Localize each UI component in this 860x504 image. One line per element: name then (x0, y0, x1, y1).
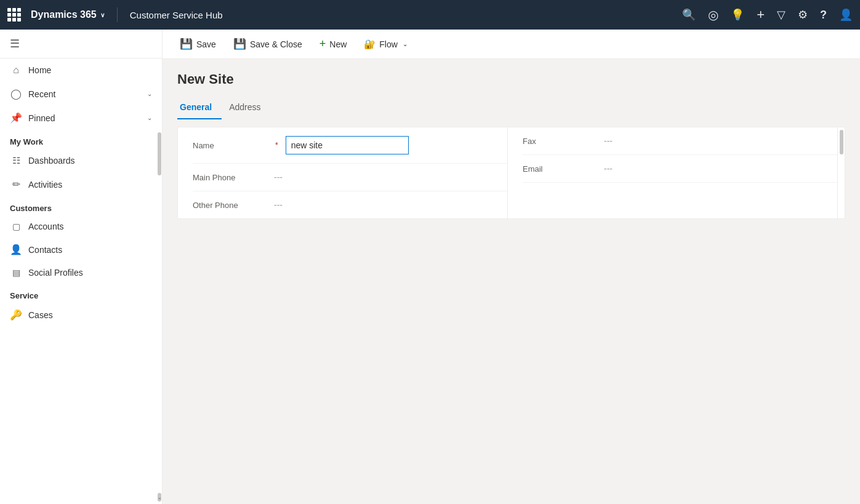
sidebar-item-label: Pinned (28, 113, 141, 123)
email-value: --- (604, 164, 613, 174)
flow-icon: 🔐 (364, 39, 376, 50)
page-content-wrapper: New Site General Address (163, 59, 860, 504)
user-icon[interactable]: 👤 (839, 8, 853, 22)
new-button[interactable]: + New (312, 34, 355, 54)
target-icon[interactable]: ◎ (708, 7, 718, 22)
sidebar-item-social-profiles[interactable]: ▤ Social Profiles (0, 262, 162, 284)
cases-icon: 🔑 (10, 309, 22, 321)
dashboards-icon: ☷ (10, 155, 22, 166)
sidebar-item-label: Contacts (28, 245, 152, 255)
filter-icon[interactable]: ▽ (777, 8, 786, 22)
form-row-email: Email --- (523, 155, 837, 183)
sidebar-item-pinned[interactable]: 📌 Pinned ⌄ (0, 106, 162, 130)
form-row-main-phone: Main Phone --- (193, 164, 507, 191)
social-profiles-icon: ▤ (10, 268, 22, 278)
contacts-icon: 👤 (10, 244, 22, 255)
sidebar-header: ☰ (0, 30, 162, 58)
app-name[interactable]: Dynamics 365 ∨ (31, 9, 105, 20)
other-phone-label: Other Phone (193, 201, 267, 210)
waffle-icon[interactable] (7, 8, 21, 22)
app-name-chevron-icon: ∨ (100, 12, 105, 18)
page-content: New Site General Address (163, 59, 860, 231)
save-button[interactable]: 💾 Save (172, 34, 223, 54)
search-icon[interactable]: 🔍 (682, 8, 696, 22)
save-icon: 💾 (180, 38, 193, 50)
sidebar-item-label: Activities (28, 180, 152, 190)
add-icon[interactable]: + (757, 7, 765, 23)
tabs: General Address (177, 97, 845, 119)
save-close-button[interactable]: 💾 Save & Close (226, 34, 310, 54)
hamburger-icon[interactable]: ☰ (10, 38, 20, 50)
sidebar-item-label: Home (28, 65, 152, 75)
toolbar: 💾 Save 💾 Save & Close + New 🔐 Flow ⌄ (163, 30, 860, 59)
top-nav-right: 🔍 ◎ 💡 + ▽ ⚙ ? 👤 (682, 7, 853, 23)
sidebar-scroll: ⌂ Home ◯ Recent ⌄ 📌 Pinned ⌄ My Work ☷ D… (0, 58, 162, 504)
tab-general[interactable]: General (177, 97, 222, 119)
flow-chevron-icon: ⌄ (403, 41, 408, 47)
new-icon: + (319, 38, 326, 50)
pinned-icon: 📌 (10, 112, 22, 124)
content-area: 💾 Save 💾 Save & Close + New 🔐 Flow ⌄ New… (163, 30, 860, 504)
section-service: Service (0, 284, 162, 303)
form-row-name: Name * (193, 127, 507, 164)
page-title: New Site (177, 71, 845, 87)
sidebar-item-label: Recent (28, 89, 141, 99)
main-phone-label: Main Phone (193, 173, 267, 182)
save-close-icon: 💾 (233, 38, 246, 50)
accounts-icon: ▢ (10, 222, 22, 231)
activities-icon: ✏ (10, 178, 22, 190)
help-icon[interactable]: ? (820, 9, 827, 22)
main-layout: ☰ ⌂ Home ◯ Recent ⌄ 📌 Pinned ⌄ My Work ☷ (0, 30, 860, 504)
sidebar-item-label: Cases (28, 310, 152, 320)
sidebar-item-label: Social Profiles (28, 268, 152, 278)
top-nav: Dynamics 365 ∨ Customer Service Hub 🔍 ◎ … (0, 0, 860, 30)
sidebar-item-label: Dashboards (28, 156, 152, 166)
sidebar-scrollbar[interactable]: ⌄ (157, 58, 162, 504)
pinned-chevron-icon: ⌄ (147, 114, 152, 121)
sidebar-item-recent[interactable]: ◯ Recent ⌄ (0, 82, 162, 106)
form-grid: Name * Main Phone --- Other (178, 127, 845, 218)
form-card: Name * Main Phone --- Other (177, 127, 845, 219)
flow-button[interactable]: 🔐 Flow ⌄ (356, 35, 415, 54)
sidebar-item-dashboards[interactable]: ☷ Dashboards (0, 149, 162, 172)
form-row-other-phone: Other Phone --- (193, 191, 507, 218)
hub-name: Customer Service Hub (130, 10, 223, 20)
name-input[interactable] (286, 136, 409, 154)
lightbulb-icon[interactable]: 💡 (731, 8, 744, 22)
top-nav-left: Dynamics 365 ∨ Customer Service Hub (7, 7, 223, 22)
other-phone-value: --- (274, 200, 283, 210)
name-label: Name (193, 141, 267, 150)
sidebar: ☰ ⌂ Home ◯ Recent ⌄ 📌 Pinned ⌄ My Work ☷ (0, 30, 163, 504)
fax-label: Fax (523, 137, 597, 146)
recent-icon: ◯ (10, 88, 22, 100)
form-scrollbar[interactable] (837, 127, 845, 218)
email-label: Email (523, 164, 597, 174)
section-my-work: My Work (0, 130, 162, 149)
recent-chevron-icon: ⌄ (147, 90, 152, 97)
sidebar-item-label: Accounts (28, 222, 152, 231)
sidebar-item-activities[interactable]: ✏ Activities (0, 172, 162, 196)
home-icon: ⌂ (10, 65, 22, 76)
nav-divider (117, 7, 118, 22)
fax-value: --- (604, 136, 613, 146)
form-row-fax: Fax --- (523, 127, 837, 155)
form-left-col: Name * Main Phone --- Other (178, 127, 507, 218)
sidebar-item-cases[interactable]: 🔑 Cases (0, 303, 162, 327)
form-right-col: Fax --- Email --- (508, 127, 837, 218)
name-required: * (275, 141, 278, 150)
form-row-empty (523, 183, 837, 215)
section-customers: Customers (0, 196, 162, 215)
settings-icon[interactable]: ⚙ (798, 8, 808, 22)
tab-address[interactable]: Address (227, 97, 270, 119)
sidebar-item-accounts[interactable]: ▢ Accounts (0, 215, 162, 238)
sidebar-item-home[interactable]: ⌂ Home (0, 58, 162, 82)
sidebar-item-contacts[interactable]: 👤 Contacts (0, 238, 162, 262)
main-phone-value: --- (274, 172, 283, 182)
